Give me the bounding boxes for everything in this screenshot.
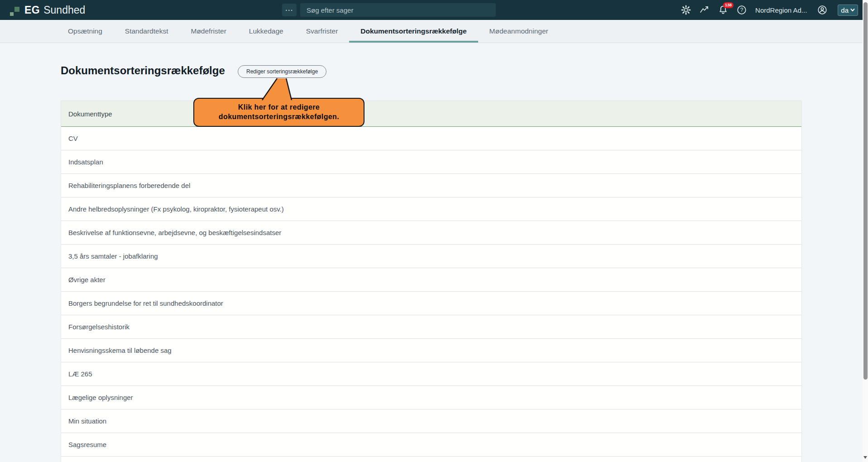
tab-opsaetning[interactable]: Opsætning	[57, 20, 114, 43]
logo-eg-text: EG	[24, 4, 40, 16]
language-code: da	[841, 6, 849, 14]
table-header-dokumenttype: Dokumenttype	[61, 101, 801, 127]
tab-moedefrister[interactable]: Mødefrister	[179, 20, 237, 43]
help-icon[interactable]: ?	[737, 5, 747, 15]
table-body: CVIndsatsplanRehabiliteringsplanens forb…	[61, 127, 801, 457]
tooltip-line1: Klik her for at redigere	[238, 103, 320, 112]
top-bar: EG Sundhed ⋯	[0, 0, 868, 20]
scrollbar-thumb[interactable]	[863, 2, 868, 380]
trend-activity-icon[interactable]	[700, 5, 710, 15]
tab-svarfrister[interactable]: Svarfrister	[295, 20, 350, 43]
table-row: Sagsresume	[61, 433, 801, 457]
more-options-button[interactable]: ⋯	[282, 4, 297, 16]
topbar-actions: 138 ? NordRegion Ad... da	[681, 0, 858, 20]
account-name[interactable]: NordRegion Ad...	[755, 6, 807, 14]
tooltip-arrow-icon	[260, 78, 296, 101]
notifications-bell-icon[interactable]: 138	[718, 5, 728, 15]
table-row: Lægelige oplysninger	[61, 386, 801, 409]
tab-lukkedage[interactable]: Lukkedage	[238, 20, 295, 43]
notification-count-badge: 138	[723, 2, 734, 8]
tab-standardtekst[interactable]: Standardtekst	[114, 20, 180, 43]
table-row: Beskrivelse af funktionsevne, arbejdsevn…	[61, 221, 801, 245]
table-row: Henvisningsskema til løbende sag	[61, 339, 801, 362]
user-avatar-icon[interactable]	[817, 5, 827, 15]
page-title: Dokumentsorteringsrækkefølge	[61, 64, 225, 77]
tooltip-line2: dokumentsorteringsrækkefølgen.	[219, 112, 339, 122]
table-row: LÆ 265	[61, 362, 801, 386]
table-row: Forsørgelseshistorik	[61, 315, 801, 339]
logo-product-text: Sundhed	[43, 4, 85, 16]
table-row-partial	[61, 457, 801, 462]
table-row: Min situation	[61, 409, 801, 433]
table-row: CV	[61, 127, 801, 150]
table-row: Øvrige akter	[61, 268, 801, 292]
tab-dokumentsorteringsraekkefoelge[interactable]: Dokumentsorteringsrækkefølge	[349, 20, 478, 43]
scrollbar-down-arrow-icon[interactable]	[863, 456, 867, 459]
table-row: 3,5 års samtaler - jobafklaring	[61, 245, 801, 268]
table-row: Borgers begrundelse for ret til sundheds…	[61, 292, 801, 315]
app-logo: EG Sundhed	[9, 3, 85, 17]
table-row: Andre helbredsoplysninger (Fx psykolog, …	[61, 197, 801, 221]
svg-text:?: ?	[740, 7, 743, 13]
settings-tabbar: Opsætning Standardtekst Mødefrister Lukk…	[0, 20, 868, 43]
language-selector[interactable]: da	[838, 5, 858, 16]
document-type-table: Dokumenttype CVIndsatsplanRehabilitering…	[61, 101, 802, 462]
edit-sort-order-button[interactable]: Rediger sorteringsrækkefølge	[238, 65, 326, 78]
eg-logo-icon	[9, 3, 21, 17]
settings-gear-icon[interactable]	[681, 5, 691, 15]
chevron-down-icon	[850, 8, 855, 12]
onboarding-tooltip: Klik her for at redigere dokumentsorteri…	[193, 98, 364, 127]
search-input[interactable]	[300, 3, 496, 17]
table-row: Rehabiliteringsplanens forberedende del	[61, 174, 801, 197]
table-row: Indsatsplan	[61, 150, 801, 174]
tab-moedeanmodninger[interactable]: Mødeanmodninger	[478, 20, 560, 43]
page-scrollbar[interactable]	[863, 0, 868, 462]
